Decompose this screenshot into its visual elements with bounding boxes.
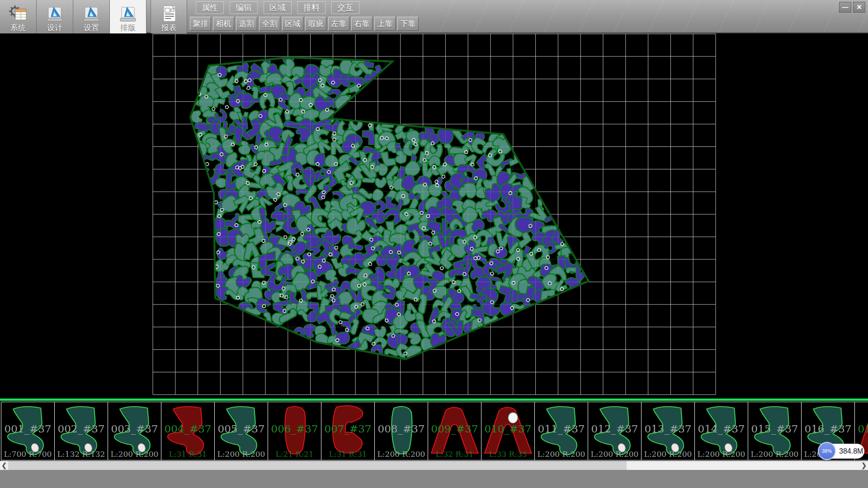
piece-lr-count: L:31 R:31 bbox=[321, 450, 374, 459]
toolbar-button-label: 报表 bbox=[161, 24, 177, 32]
nesting-drawing bbox=[0, 33, 868, 398]
tool-button-cut-all[interactable]: 全割 bbox=[259, 17, 280, 31]
piece-id-label: 003_#37 bbox=[108, 423, 161, 435]
piece-lr-count: L:132 R:132 bbox=[55, 450, 108, 459]
toolbar-button-settings[interactable]: 设置 bbox=[73, 0, 110, 33]
piece-lr-count: L:200 R:200 bbox=[375, 450, 428, 459]
toolbar-button-label: 排版 bbox=[120, 24, 136, 32]
toolbar-button-label: 系统 bbox=[10, 24, 26, 32]
thumbnail-piece-015[interactable]: 015_#37L:200 R:200 bbox=[748, 402, 802, 460]
piece-lr-count: L:33 R:33 bbox=[481, 450, 534, 459]
piece-lr-count: L:31 R:31 bbox=[161, 450, 214, 459]
toolbar-button-label: 设置 bbox=[84, 24, 99, 32]
report-icon bbox=[159, 5, 179, 24]
piece-lr-count: L:700 R:700 bbox=[1, 450, 54, 459]
thumbnail-piece-014[interactable]: 014_#37L:200 R:200 bbox=[695, 402, 748, 460]
piece-lr-count: L:21 R:21 bbox=[268, 450, 321, 459]
thumbnail-piece-010[interactable]: 010_#37L:33 R:33 bbox=[481, 402, 535, 460]
thumbnail-piece-002[interactable]: 002_#37L:132 R:132 bbox=[55, 402, 108, 460]
piece-id-label: 013_#37 bbox=[642, 423, 694, 435]
piece-lr-count: L:200 R:200 bbox=[535, 450, 588, 459]
thumbnail-piece-004[interactable]: 004_#37L:31 R:31 bbox=[161, 402, 215, 460]
minimize-button[interactable]: — bbox=[839, 2, 851, 13]
piece-id-label: 016_#37 bbox=[802, 423, 854, 435]
toolbar-button-system[interactable]: 系统 bbox=[0, 0, 37, 33]
thumbnail-piece-001[interactable]: 001_#37L:700 R:700 bbox=[1, 402, 55, 460]
nesting-ruler-icon bbox=[118, 5, 138, 24]
toolbar-button-label: 设计 bbox=[47, 24, 62, 32]
toolbar-button-design[interactable]: 设计 bbox=[37, 0, 73, 33]
piece-lr-count: L:200 R:200 bbox=[748, 450, 801, 459]
thumbnail-piece-003[interactable]: 003_#37L:200 R:200 bbox=[108, 402, 161, 460]
thumbnail-piece-005[interactable]: 005_#37L:200 R:200 bbox=[215, 402, 268, 460]
tool-button-snap-top[interactable]: 上靠 bbox=[374, 17, 396, 31]
piece-id-label: 012_#37 bbox=[588, 423, 641, 435]
settings-ruler-icon bbox=[81, 5, 101, 24]
tool-button-defect[interactable]: 瑕疵 bbox=[305, 17, 326, 31]
piece-id-label: 004_#37 bbox=[161, 423, 214, 435]
piece-id-label: 005_#37 bbox=[215, 423, 268, 435]
piece-id-label: 015_#37 bbox=[748, 423, 801, 435]
menu-tab-properties[interactable]: 属性 bbox=[196, 1, 224, 14]
thumbnail-piece-009[interactable]: 009_#37L:32 R:31 bbox=[428, 402, 481, 460]
system-gear-icon bbox=[8, 5, 28, 24]
thumbnail-piece-006[interactable]: 006_#37L:21 R:21 bbox=[268, 402, 321, 460]
piece-lr-count: L:200 R:200 bbox=[695, 450, 748, 459]
scroll-right-icon[interactable]: ❯ bbox=[860, 461, 868, 470]
tool-button-snap-left[interactable]: 左靠 bbox=[328, 17, 349, 31]
piece-id-label: 007_#37 bbox=[321, 423, 374, 435]
piece-id-label: 008_#37 bbox=[375, 423, 428, 435]
progress-circle: 38% bbox=[818, 442, 836, 460]
thumbnail-piece-013[interactable]: 013_#37L:200 R:200 bbox=[642, 402, 695, 460]
memory-progress-badge: 38% 384.8M bbox=[819, 444, 864, 459]
piece-lr-count: L:200 R:200 bbox=[215, 450, 268, 459]
status-bar bbox=[0, 470, 868, 488]
piece-lr-count: L:200 R:200 bbox=[642, 450, 694, 459]
piece-hole bbox=[509, 413, 518, 423]
main-toolbar: 系统 设计 设置 bbox=[0, 0, 187, 33]
piece-lr-count: L:32 R:31 bbox=[428, 450, 481, 459]
thumbnail-piece-012[interactable]: 012_#37L:200 R:200 bbox=[588, 402, 642, 460]
menu-tab-interact[interactable]: 交互 bbox=[331, 1, 359, 14]
piece-id-label: 002_#37 bbox=[55, 423, 108, 435]
menu-tab-edit[interactable]: 编辑 bbox=[230, 1, 258, 14]
piece-lr-count: L:200 R:200 bbox=[588, 450, 641, 459]
thumbnail-piece-007[interactable]: 007_#37L:31 R:31 bbox=[321, 402, 375, 460]
piece-thumbnail-strip: 001_#37L:700 R:700002_#37L:132 R:132003_… bbox=[0, 398, 868, 461]
piece-id-label: 017_#37 bbox=[855, 423, 868, 435]
tool-button-snap-right[interactable]: 右靠 bbox=[351, 17, 373, 31]
design-ruler-icon bbox=[45, 5, 65, 24]
thumbnail-cells: 001_#37L:700 R:700002_#37L:132 R:132003_… bbox=[1, 402, 868, 460]
menu-tab-bar: 属性编辑区域排料交互 bbox=[196, 1, 359, 14]
piece-id-label: 010_#37 bbox=[481, 423, 534, 435]
tool-button-bar: 聚排相机选割全割区域瑕疵左靠右靠上靠下靠 bbox=[190, 17, 419, 31]
memory-value: 384.8M bbox=[839, 444, 863, 459]
toolbar-button-report[interactable]: 报表 bbox=[151, 0, 187, 33]
toolbar-button-nesting[interactable]: 排版 bbox=[110, 0, 146, 33]
menu-tab-nest[interactable]: 排料 bbox=[297, 1, 326, 14]
ribbon-header: 系统 设计 设置 bbox=[0, 0, 868, 33]
scroll-left-icon[interactable]: ❮ bbox=[0, 461, 8, 470]
tool-button-camera[interactable]: 相机 bbox=[213, 17, 234, 31]
thumbnail-piece-008[interactable]: 008_#37L:200 R:200 bbox=[375, 402, 428, 460]
piece-lr-count: L:200 R:200 bbox=[108, 450, 161, 459]
tool-button-region[interactable]: 区域 bbox=[282, 17, 303, 31]
piece-id-label: 009_#37 bbox=[428, 423, 481, 435]
piece-id-label: 014_#37 bbox=[695, 423, 748, 435]
strip-accent-line bbox=[0, 399, 868, 401]
tool-button-select-cut[interactable]: 选割 bbox=[236, 17, 257, 31]
scrollbar-thumb[interactable] bbox=[8, 461, 627, 470]
menu-tab-region[interactable]: 区域 bbox=[264, 1, 292, 14]
nested-pieces bbox=[188, 50, 589, 365]
horizontal-scrollbar[interactable]: ❮ ❯ bbox=[0, 461, 868, 470]
close-button[interactable]: ✕ bbox=[853, 2, 865, 13]
piece-id-label: 011_#37 bbox=[535, 423, 588, 435]
nesting-canvas[interactable] bbox=[0, 33, 868, 398]
tool-button-cluster-nest[interactable]: 聚排 bbox=[190, 17, 211, 31]
tool-button-snap-bottom[interactable]: 下靠 bbox=[397, 17, 419, 31]
thumbnail-piece-011[interactable]: 011_#37L:200 R:200 bbox=[535, 402, 588, 460]
piece-id-label: 006_#37 bbox=[268, 423, 321, 435]
piece-id-label: 001_#37 bbox=[1, 423, 54, 435]
